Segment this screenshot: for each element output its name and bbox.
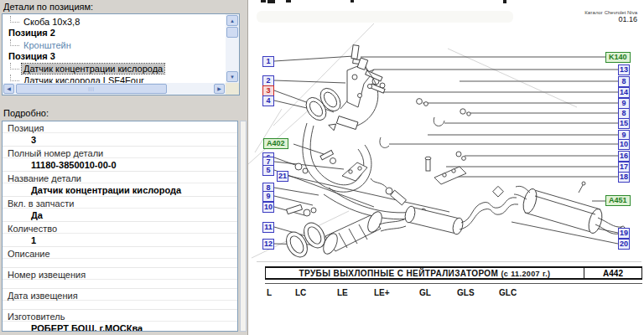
diagram-table-header: ТРУБЫ ВЫХЛОПНЫЕ С НЕЙТРАЛИЗАТОРОМ (с 11.… (265, 266, 642, 280)
detail-field-label: Количество (3, 222, 237, 234)
resonator-and-muffler (371, 178, 626, 235)
tree-list: Скоба 10x3,8Позиция 2КронштейнПозиция 3Д… (3, 14, 226, 83)
details-label: Подробно: (3, 108, 49, 118)
tree-item-label: Датчик кислорода LSF4Four (22, 75, 146, 83)
trim-label-glc: GLC (499, 288, 517, 297)
callout-1[interactable]: 1 (262, 56, 274, 67)
positions-tree[interactable]: Скоба 10x3,8Позиция 2КронштейнПозиция 3Д… (2, 13, 240, 95)
scroll-down-icon: ▼ (230, 75, 235, 80)
detail-field-value: 1 (3, 234, 237, 247)
tree-connector-icon (10, 16, 19, 23)
scroll-down-button[interactable]: ▼ (226, 71, 238, 82)
detail-field-label: Номер извещения (3, 268, 237, 280)
thumb-grip-icon: ||| (88, 86, 95, 91)
scroll-left-icon: ◀ (7, 86, 11, 91)
tree-item-4[interactable]: Датчик концентрации кислорода (3, 63, 226, 75)
tree-item-2[interactable]: Кронштейн (3, 39, 226, 51)
table-top-rule (257, 261, 641, 262)
detail-field-label: Изготовитель (3, 310, 237, 322)
tree-item-label: Позиция 3 (7, 51, 57, 61)
parts-catalog-window: { "icons": {"scroll_up": "▲", "scroll_do… (0, 0, 644, 335)
scroll-up-icon: ▲ (230, 18, 235, 23)
horizontal-scroll-thumb[interactable]: ||| (16, 84, 167, 94)
details-scrollbar-track[interactable] (240, 121, 247, 332)
tree-item-label: Кронштейн (22, 40, 73, 50)
details-panel: Позиция3Полный номер детали11180-3850010… (2, 121, 238, 332)
detail-field-value: 11180-3850010-00-0 (3, 158, 237, 172)
diagram-date-note: (с 11.2007 г.) (501, 270, 550, 278)
callout-20[interactable]: 20 (618, 239, 630, 250)
tree-connector-icon (10, 39, 19, 46)
tree-item-1[interactable]: Позиция 2 (3, 28, 226, 39)
tree-item-5[interactable]: Датчик кислорода LSF4Four (3, 75, 226, 83)
trim-label-lc: LC (295, 288, 306, 297)
callout-14[interactable]: 14 (618, 87, 630, 98)
tree-connector-icon (10, 63, 19, 70)
scroll-up-button[interactable]: ▲ (226, 15, 238, 26)
callout-13[interactable]: 13 (618, 64, 630, 75)
callout-11[interactable]: 11 (262, 222, 274, 233)
callout-16[interactable]: 16 (618, 151, 630, 162)
detail-field-label: Дата извещения (3, 289, 237, 301)
trim-label-le+: LE+ (374, 288, 390, 297)
detail-field-value (3, 280, 237, 289)
tree-item-label: Датчик концентрации кислорода (22, 64, 164, 74)
tree-connector-icon (10, 75, 19, 81)
callout-21[interactable]: 21 (277, 171, 288, 182)
detail-field-value (3, 259, 237, 268)
callout-10[interactable]: 10 (262, 202, 274, 213)
tree-item-label: Скоба 10x3,8 (22, 17, 81, 27)
detail-field-value: 3 (3, 133, 237, 147)
callout-k140[interactable]: K140 (605, 52, 631, 63)
callout-a402[interactable]: A402 (263, 138, 288, 149)
exhaust-diagram-drawing (248, 0, 644, 335)
tree-item-label: Позиция 2 (7, 28, 57, 38)
callout-15[interactable]: 15 (618, 118, 630, 129)
callout-5[interactable]: 5 (262, 165, 274, 176)
trim-label-l: L (267, 288, 272, 297)
callout-9[interactable]: 9 (262, 191, 274, 202)
trim-label-le: LE (337, 288, 348, 297)
detail-field-value: Датчик концентрации кислорода (3, 183, 237, 197)
trim-label-gl: GL (419, 288, 431, 297)
tree-item-0[interactable]: Скоба 10x3,8 (3, 16, 226, 28)
positions-label: Детали по позициям: (3, 2, 93, 12)
table-bottom-rule (265, 283, 642, 284)
callout-8[interactable]: 8 (618, 76, 630, 87)
scroll-left-button[interactable]: ◀ (3, 84, 14, 94)
detail-field-value: Да (3, 209, 237, 222)
horizontal-scrollbar[interactable]: ◀ ||| ▶ (3, 83, 226, 95)
callout-10[interactable]: 10 (618, 139, 630, 150)
detail-field-label: Описание (3, 247, 237, 259)
detail-field-label: Название детали (3, 172, 237, 183)
callout-a451[interactable]: A451 (605, 195, 631, 206)
callout-19[interactable]: 19 (618, 228, 630, 239)
callout-4[interactable]: 4 (262, 95, 274, 106)
diagram-table-title: ТРУБЫ ВЫХЛОПНЫЕ С НЕЙТРАЛИЗАТОРОМ (с 11.… (266, 268, 584, 278)
detail-field-label: Позиция (3, 121, 237, 133)
detail-field-label: Полный номер детали (3, 147, 237, 158)
scrollbar-corner (226, 83, 239, 95)
diagram-code-cell: А442 (584, 268, 641, 278)
callout-12[interactable]: 12 (262, 239, 274, 250)
diagram-area: Каталог Chevrolet Niva 01.16 (248, 0, 644, 335)
detail-field-value (3, 301, 237, 310)
vertical-scrollbar[interactable]: ▲ ▼ (226, 14, 239, 83)
hardware-items (367, 84, 470, 184)
trim-label-gls: GLS (457, 288, 475, 297)
oxygen-sensor-lower (371, 178, 406, 205)
vertical-scroll-thumb[interactable] (226, 27, 238, 38)
scroll-right-icon: ▶ (217, 86, 221, 91)
left-panel: Детали по позициям: Скоба 10x3,8Позиция … (0, 0, 248, 335)
callout-18[interactable]: 18 (618, 172, 630, 183)
tree-item-3[interactable]: Позиция 3 (3, 51, 226, 63)
detail-field-label: Вкл. в запчасти (3, 197, 237, 209)
scroll-right-button[interactable]: ▶ (214, 84, 225, 94)
detail-field-value: РОБЕРТ БОШ, г.МОСКва (3, 322, 237, 332)
